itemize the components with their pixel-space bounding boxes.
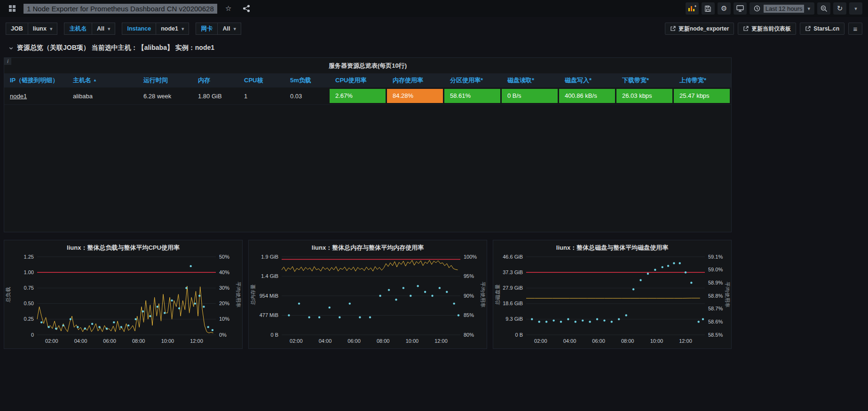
row-header-resource-overview[interactable]: 资源总览（关联JOB项） 当前选中主机：【alibaba】 实例：node1 xyxy=(4,40,732,55)
dashboard-settings-button[interactable]: ⚙ xyxy=(718,2,731,15)
svg-text:59.0%: 59.0% xyxy=(708,267,723,272)
svg-text:08:00: 08:00 xyxy=(377,338,390,344)
svg-text:30%: 30% xyxy=(219,285,229,291)
column-header-memory[interactable]: 内存 xyxy=(192,73,238,87)
chart-title[interactable]: liunx：整体总内存与整体平均内存使用率 xyxy=(249,244,487,252)
variable-instance-label: Instance xyxy=(122,23,156,35)
column-header-download-bw[interactable]: 下载带宽* xyxy=(616,73,674,87)
hostname-cell: alibaba xyxy=(67,87,138,105)
apps-grid-icon[interactable] xyxy=(6,2,19,15)
update-node-exporter-link[interactable]: 更新node_exporter xyxy=(665,23,734,35)
chart-title[interactable]: liunx：整体总磁盘与整体平均磁盘使用率 xyxy=(493,244,731,252)
navbar-right: ⚙ Last 12 hours ▾ ↻ ▾ xyxy=(686,2,862,15)
svg-text:477 MiB: 477 MiB xyxy=(260,312,278,318)
svg-text:10%: 10% xyxy=(219,316,229,322)
svg-text:46.6 GiB: 46.6 GiB xyxy=(503,254,523,260)
refresh-button[interactable]: ↻ xyxy=(833,2,846,15)
external-link-icon xyxy=(670,26,676,32)
charts-row: liunx：整体总负载与整体平均CPU使用率 总负载 平均使用率 00.250.… xyxy=(4,240,732,349)
column-header-disk-read[interactable]: 磁盘读取* xyxy=(502,73,559,87)
column-header-upload-bw[interactable]: 上传带宽* xyxy=(674,73,731,87)
save-dashboard-button[interactable] xyxy=(702,2,715,15)
server-resource-table: IP（链接到明细） 主机名▲ 运行时间 内存 CPU核 5m负载 CPU使用率 … xyxy=(4,73,731,105)
svg-text:1.25: 1.25 xyxy=(24,254,34,260)
column-header-load5m[interactable]: 5m负载 xyxy=(284,73,330,87)
cycle-view-button[interactable] xyxy=(734,2,747,15)
chart-plot[interactable]: 0 B9.3 GiB18.6 GiB27.9 GiB37.3 GiB46.6 G… xyxy=(493,253,731,346)
column-header-cpu-cores[interactable]: CPU核 xyxy=(238,73,284,87)
svg-text:90%: 90% xyxy=(464,293,474,299)
chart-title[interactable]: liunx：整体总负载与整体平均CPU使用率 xyxy=(4,244,242,252)
star-icon[interactable]: ☆ xyxy=(222,2,235,15)
variable-hostname-dropdown[interactable]: All▾ xyxy=(92,23,116,35)
column-header-ip[interactable]: IP（链接到明细） xyxy=(4,73,67,87)
svg-text:37.3 GiB: 37.3 GiB xyxy=(503,269,523,275)
column-header-hostname[interactable]: 主机名▲ xyxy=(67,73,138,87)
navbar: 1 Node Exporter for Prometheus Dashboard… xyxy=(0,0,868,17)
dashboard-title[interactable]: 1 Node Exporter for Prometheus Dashboard… xyxy=(24,4,217,14)
svg-text:0.75: 0.75 xyxy=(24,285,34,291)
submenu-links: 更新node_exporter 更新当前仪表板 StarsL.cn ≡ xyxy=(665,23,862,35)
memory-cell: 1.80 GiB xyxy=(192,87,238,105)
svg-text:10:00: 10:00 xyxy=(161,338,174,344)
time-range-picker[interactable]: Last 12 hours ▾ xyxy=(750,2,814,15)
table-panel-title[interactable]: 服务器资源总览表(每页10行) xyxy=(4,58,731,73)
dashboard-area: 资源总览（关联JOB项） 当前选中主机：【alibaba】 实例：node1 i… xyxy=(4,40,732,232)
chart-plot[interactable]: 0 B477 MiB954 MiB1.4 GiB1.9 GiB80%85%90%… xyxy=(249,253,487,346)
chevron-down-icon: ▾ xyxy=(854,6,857,12)
right-axis-label: 平均使用率 xyxy=(235,253,242,335)
monitor-icon xyxy=(736,5,744,12)
right-axis-label: 平均使用率 xyxy=(479,253,486,335)
clock-icon xyxy=(754,5,760,12)
left-axis-label: 总负载 xyxy=(5,253,12,335)
uptime-cell: 6.28 week xyxy=(138,87,192,105)
host-link[interactable]: node1 xyxy=(10,93,27,100)
svg-text:08:00: 08:00 xyxy=(132,338,145,344)
ip-cell: node1 xyxy=(4,87,67,105)
add-panel-button[interactable] xyxy=(686,2,699,15)
update-dashboard-link[interactable]: 更新当前仪表板 xyxy=(738,23,796,35)
panel-info-icon[interactable]: i xyxy=(4,58,11,65)
variable-instance-dropdown[interactable]: node1▾ xyxy=(156,23,189,35)
svg-text:08:00: 08:00 xyxy=(621,338,634,344)
chevron-down-icon: ▾ xyxy=(181,26,184,32)
right-axis-label: 平均使用率 xyxy=(724,253,731,335)
sort-ascending-icon: ▲ xyxy=(93,78,97,82)
disk-write-cell: 400.86 kB/s xyxy=(559,89,615,103)
chevron-down-icon: ▾ xyxy=(807,6,810,12)
share-icon[interactable] xyxy=(240,2,253,15)
svg-text:0 B: 0 B xyxy=(515,332,523,338)
chevron-down-icon: ▾ xyxy=(233,26,236,32)
external-link-icon xyxy=(805,26,811,32)
column-header-cpu-usage[interactable]: CPU使用率 xyxy=(330,73,387,87)
svg-text:50%: 50% xyxy=(219,254,229,260)
upload-bw-cell: 25.47 kbps xyxy=(674,89,730,103)
variable-nic-dropdown[interactable]: All▾ xyxy=(217,23,241,35)
disk-chart-panel: liunx：整体总磁盘与整体平均磁盘使用率 总磁盘量 平均使用率 0 B9.3 … xyxy=(493,240,732,349)
variable-job-dropdown[interactable]: liunx▾ xyxy=(28,23,58,35)
column-header-partition-usage[interactable]: 分区使用率* xyxy=(444,73,502,87)
refresh-icon: ↻ xyxy=(837,4,843,13)
starsl-cn-link[interactable]: StarsL.cn xyxy=(800,23,844,35)
column-header-disk-write[interactable]: 磁盘写入* xyxy=(559,73,616,87)
server-overview-table-panel: i 服务器资源总览表(每页10行) IP（链接到明细） 主机名▲ 运行时间 内存… xyxy=(4,57,732,232)
chart-plot[interactable]: 00.250.500.751.001.250%10%20%30%40%50%02… xyxy=(4,253,242,346)
svg-text:06:00: 06:00 xyxy=(592,338,605,344)
column-header-uptime[interactable]: 运行时间 xyxy=(138,73,192,87)
svg-text:0 B: 0 B xyxy=(270,332,278,338)
column-header-mem-usage[interactable]: 内存使用率 xyxy=(387,73,444,87)
refresh-interval-dropdown[interactable]: ▾ xyxy=(849,2,862,15)
left-axis-label: 总内存量 xyxy=(249,253,256,335)
gear-icon: ⚙ xyxy=(721,4,727,13)
svg-text:10:00: 10:00 xyxy=(406,338,419,344)
svg-text:1.00: 1.00 xyxy=(24,269,34,275)
load5m-cell: 0.03 xyxy=(284,87,330,105)
svg-text:85%: 85% xyxy=(464,312,474,318)
partition-usage-cell: 58.61% xyxy=(444,89,500,103)
zoom-out-button[interactable] xyxy=(817,2,830,15)
svg-text:59.1%: 59.1% xyxy=(708,254,723,260)
variable-nic-label: 网卡 xyxy=(196,23,217,35)
svg-text:58.8%: 58.8% xyxy=(708,293,723,299)
panel-menu-button[interactable]: ≡ xyxy=(848,23,862,35)
svg-text:20%: 20% xyxy=(219,300,229,306)
